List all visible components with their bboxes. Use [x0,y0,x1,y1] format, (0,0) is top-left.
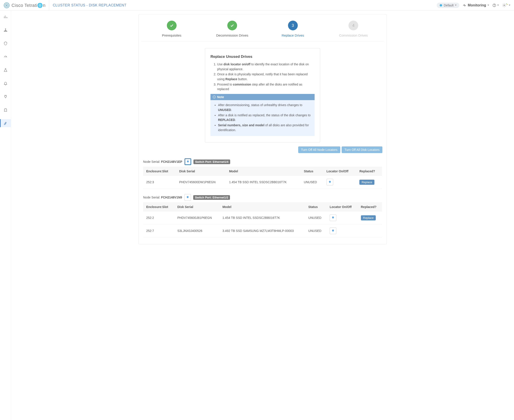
cell-replaced: Replace [358,211,382,225]
switch-port-badge: Switch Port: Ethernet1/2 [193,195,230,200]
svg-point-6 [506,3,507,4]
node-serial-label: Node Serial: FCH2148V1EP [143,160,182,164]
brand[interactable]: Cisco Tetrati🌐n [4,0,49,10]
bulb-icon [332,229,334,232]
topology-icon [4,28,8,32]
nodes-container: Node Serial: FCH2148V1EPSwitch Port: Eth… [139,158,386,238]
cell-model: 1.454 TB SSD INTEL SSDSC2BB016T7K [226,176,301,189]
global-actions: Turn Off All Node Locators Turn Off All … [139,146,382,153]
node-header: Node Serial: FCH2148V1EPSwitch Port: Eth… [143,158,382,165]
monitoring-label: Monitoring [468,3,486,7]
building-icon [4,108,8,112]
cell-disk-serial: PHDV745600DW1P6EGN [176,176,226,189]
svg-point-7 [507,4,507,5]
disk-locator-button[interactable] [326,179,333,185]
step[interactable]: Decommission Drives [208,21,257,37]
plug-icon [4,95,8,98]
th-replaced: Replaced? [358,203,382,211]
step[interactable]: Prerequisites [147,21,196,37]
step-circle: 3 [288,21,298,30]
bulb-icon [186,160,189,163]
svg-point-10 [5,31,6,32]
table-row: 252:7S3LJNX0J4005263.492 TB SSD SAMSUNG … [143,225,382,238]
disk-table: Enclosure:SlotDisk SerialModelStatusLoca… [143,167,382,189]
th-locator: Locator On/Off [326,203,358,211]
sidebar-item-alerts[interactable] [0,79,11,87]
disk-locator-button[interactable] [330,227,336,234]
step[interactable]: 4Commission Drives [329,21,378,37]
th-disk-serial: Disk Serial [176,167,226,176]
cell-slot: 252:3 [143,176,176,189]
step-circle: 4 [348,21,358,30]
help-menu[interactable] [492,3,499,7]
sidebar-item-lab[interactable] [0,66,11,74]
replace-button[interactable]: Replace [361,215,376,220]
sidebar-item-security[interactable] [0,39,11,47]
th-status: Status [305,203,327,211]
bell-icon [4,81,8,85]
th-enclosure: Enclosure:Slot [143,167,176,176]
cell-model: 1.454 TB SSD INTEL SSDSC2BB016T7K [219,211,305,225]
cell-model: 3.492 TB SSD SAMSUNG MZ7LM3T8HMLP-00003 [219,225,305,238]
th-disk-serial: Disk Serial [174,203,219,211]
scope-label: Default [444,4,454,7]
cell-status: UNUSED [305,211,327,225]
sidebar-item-inventory[interactable] [0,106,11,114]
settings-icon [502,3,506,8]
brand-text: Cisco Tetrati🌐n [12,3,45,8]
th-model: Model [219,203,305,211]
th-status: Status [301,167,323,176]
gauge-icon [4,55,8,59]
node-locator-button[interactable] [184,194,191,201]
bulb-icon [332,216,334,219]
cell-slot: 252:7 [143,225,174,238]
step-label: Decommission Drives [208,33,257,37]
instruction-item: Once a disk is physically replaced, noti… [217,72,315,82]
node-block: Node Serial: FCH2148V1EPSwitch Port: Eth… [143,158,382,189]
sidebar-item-performance[interactable] [0,53,11,61]
svg-point-5 [504,5,505,6]
caret-icon [509,5,510,6]
instructions-list: Use disk locator on/off to identify the … [217,62,315,92]
replace-button[interactable]: Replace [359,180,374,185]
svg-point-2 [6,5,7,6]
turn-off-disk-locators-button[interactable]: Turn Off All Disk Locators [342,146,382,153]
scope-selector[interactable]: Default [437,3,459,8]
sparkle-icon [506,3,508,5]
step-label: Commission Drives [329,33,378,37]
svg-point-11 [6,31,7,32]
sidebar-item-maintenance[interactable] [0,119,11,127]
bar-chart-icon [4,15,8,19]
turn-off-node-locators-button[interactable]: Turn Off All Node Locators [298,146,340,153]
wizard-stepper: PrerequisitesDecommission Drives3Replace… [141,15,384,41]
table-row: 252:3PHDV745600DW1P6EGN1.454 TB SSD INTE… [143,176,382,189]
settings-menu[interactable] [502,3,510,8]
instruction-item: Use disk locator on/off to identify the … [217,62,315,72]
step-circle [227,21,237,30]
sidebar-item-dashboard[interactable] [0,13,11,21]
disk-locator-button[interactable] [330,214,336,221]
cell-disk-serial: PHDV745600J81P6EGN [174,211,219,225]
switch-port-badge: Switch Port: Ethernet1/4 [193,159,230,164]
monitoring-menu[interactable]: Monitoring [462,3,489,7]
flask-icon [4,68,8,72]
th-locator: Locator On/Off [324,167,356,176]
note-item: Serial numbers, size and model of all di… [218,123,311,133]
th-replaced: Replaced? [356,167,382,176]
topbar: Cisco Tetrati🌐n CLUSTER STATUS - DISK RE… [0,0,514,11]
sidebar-item-connectors[interactable] [0,93,11,101]
page-title: CLUSTER STATUS - DISK REPLACEMENT [53,3,126,7]
th-model: Model [226,167,301,176]
step-label: Replace Drives [269,33,317,37]
table-row: 252:2PHDV745600J81P6EGN1.454 TB SSD INTE… [143,211,382,225]
sidebar-item-topology[interactable] [0,26,11,34]
cell-status: UNUSED [301,176,323,189]
heartbeat-icon [462,3,466,7]
instruction-item: Proceed to commission step after all the… [217,82,315,92]
brand-icon [4,2,10,8]
note-item: After decommissioning, status of unhealt… [218,103,311,112]
node-locator-button[interactable] [185,158,191,165]
step[interactable]: 3Replace Drives [269,21,317,37]
wrench-icon [4,121,8,125]
caret-icon [455,5,457,6]
